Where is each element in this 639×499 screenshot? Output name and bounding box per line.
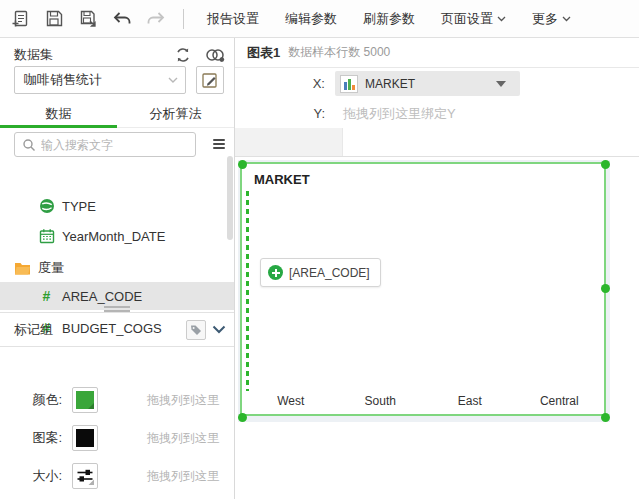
edit-params-button[interactable]: 编辑参数	[285, 10, 337, 28]
chart-plot-area[interactable]: MARKET [AREA_CODE] West South East Centr…	[240, 162, 606, 416]
number-field-icon: #	[38, 288, 55, 305]
drop-hint: 拖拽列到这里	[147, 468, 219, 485]
new-report-icon[interactable]	[9, 8, 31, 30]
binding-gutter	[235, 128, 343, 156]
size-sliders-button[interactable]	[72, 463, 98, 489]
mark-row-size: 大小: 拖拽列到这里	[0, 462, 234, 490]
mark-row-pattern: 图案: 拖拽列到这里	[0, 424, 234, 452]
search-input[interactable]	[41, 138, 181, 152]
drag-field-label: [AREA_CODE]	[289, 266, 370, 280]
drop-hint: 拖拽列到这里	[147, 430, 219, 447]
save-icon[interactable]	[43, 8, 65, 30]
mark-color-label: 颜色:	[14, 391, 62, 409]
x-category: Central	[515, 394, 605, 408]
x-category: East	[425, 394, 515, 408]
marks-header: 标记组	[0, 312, 234, 347]
x-axis-label: X:	[235, 76, 325, 91]
y-drop-placeholder: 拖拽列到这里绑定Y	[343, 105, 456, 123]
sidebar: 数据集 咖啡销售统计 数据 分析算法	[0, 38, 235, 499]
globe-icon	[38, 198, 55, 215]
binding-header: 图表1 数据样本行数 5000	[235, 38, 639, 68]
edit-dataset-button[interactable]	[196, 66, 224, 94]
dataset-section-label: 数据集	[14, 46, 53, 64]
folder-icon	[14, 260, 31, 277]
tab-analysis-label: 分析算法	[150, 105, 202, 123]
toolbar-separator	[183, 9, 184, 29]
chart-canvas: MARKET [AREA_CODE] West South East Centr…	[235, 157, 639, 499]
page-settings-label: 页面设置	[441, 10, 493, 28]
color-swatch-button[interactable]	[72, 387, 98, 413]
chevron-down-icon	[161, 77, 185, 83]
drop-hint: 拖拽列到这里	[147, 392, 219, 409]
chevron-down-icon	[497, 16, 506, 22]
search-box[interactable]	[14, 132, 196, 157]
selection-handle-bottom-left[interactable]	[238, 413, 247, 422]
sliders-icon	[76, 467, 94, 485]
tree-item-label: TYPE	[62, 199, 96, 214]
tree-folder-measures[interactable]: 度量	[0, 254, 234, 282]
calendar-icon	[38, 228, 55, 245]
tree-item-label: YearMonth_DATE	[62, 229, 165, 244]
tree-item-type[interactable]: TYPE	[0, 192, 234, 220]
x-category: South	[336, 394, 426, 408]
tree-scrollbar[interactable]	[227, 156, 233, 240]
tab-data[interactable]: 数据	[0, 100, 117, 127]
x-axis-category-labels: West South East Central	[246, 394, 604, 408]
more-button[interactable]: 更多	[532, 10, 571, 28]
bar-chart-icon	[340, 75, 358, 93]
x-field-dropdown[interactable]: MARKET	[335, 71, 520, 96]
sample-rows-text: 数据样本行数 5000	[288, 44, 390, 61]
search-row	[0, 131, 234, 159]
field-list-menu-icon[interactable]	[213, 136, 229, 152]
caret-down-icon	[496, 81, 506, 87]
chevron-down-icon[interactable]	[212, 325, 226, 334]
dataset-header: 数据集	[0, 42, 234, 68]
more-label: 更多	[532, 10, 558, 28]
dataset-select[interactable]: 咖啡销售统计	[14, 66, 186, 94]
dataset-relation-icon[interactable]	[204, 44, 226, 66]
chart-name: 图表1	[247, 44, 280, 62]
plus-circle-icon	[268, 265, 283, 280]
tree-item-label: AREA_CODE	[62, 289, 142, 304]
x-category: West	[246, 394, 336, 408]
tab-data-label: 数据	[46, 105, 72, 123]
refresh-params-label: 刷新参数	[363, 10, 415, 28]
selection-handle-middle-right[interactable]	[601, 284, 610, 293]
selection-handle-top-left[interactable]	[238, 160, 247, 169]
app-window: 报告设置 编辑参数 刷新参数 页面设置 更多 数据集	[0, 0, 639, 499]
binding-empty-row	[235, 128, 639, 157]
mark-pattern-label: 图案:	[14, 429, 62, 447]
page-settings-button[interactable]: 页面设置	[441, 10, 506, 28]
undo-icon[interactable]	[111, 8, 133, 30]
save-as-icon[interactable]	[77, 8, 99, 30]
refresh-params-button[interactable]: 刷新参数	[363, 10, 415, 28]
area-code-drag-pill[interactable]: [AREA_CODE]	[260, 258, 381, 287]
mark-size-label: 大小:	[14, 467, 62, 485]
tag-icon[interactable]	[186, 320, 206, 340]
tree-item-yearmonth-date[interactable]: YearMonth_DATE	[0, 222, 234, 250]
y-axis-label: Y:	[235, 106, 325, 121]
report-settings-label: 报告设置	[207, 10, 259, 28]
redo-icon	[145, 8, 167, 30]
chart-title: MARKET	[254, 172, 310, 187]
y-axis-drop-indicator	[246, 191, 249, 391]
edit-pencil-icon	[201, 71, 219, 89]
dataset-select-value: 咖啡销售统计	[15, 71, 161, 89]
y-drop-zone[interactable]: 拖拽列到这里绑定Y	[335, 101, 635, 126]
y-binding-row: Y: 拖拽列到这里绑定Y	[235, 98, 639, 128]
tree-folder-label: 度量	[38, 259, 64, 277]
selection-handle-bottom-right[interactable]	[601, 413, 610, 422]
x-field-value: MARKET	[365, 77, 496, 91]
refresh-icon[interactable]	[172, 44, 194, 66]
tab-analysis[interactable]: 分析算法	[117, 100, 234, 127]
sidebar-tabs: 数据 分析算法	[0, 100, 234, 128]
chart-widget[interactable]: MARKET [AREA_CODE] West South East Centr…	[238, 160, 610, 422]
search-icon	[22, 138, 36, 152]
selection-handle-top-right[interactable]	[601, 160, 610, 169]
edit-params-label: 编辑参数	[285, 10, 337, 28]
chevron-down-icon	[562, 16, 571, 22]
pattern-swatch-button[interactable]	[72, 425, 98, 451]
report-settings-button[interactable]: 报告设置	[207, 10, 259, 28]
x-binding-row: X: MARKET	[235, 68, 639, 98]
marks-title: 标记组	[14, 321, 186, 339]
